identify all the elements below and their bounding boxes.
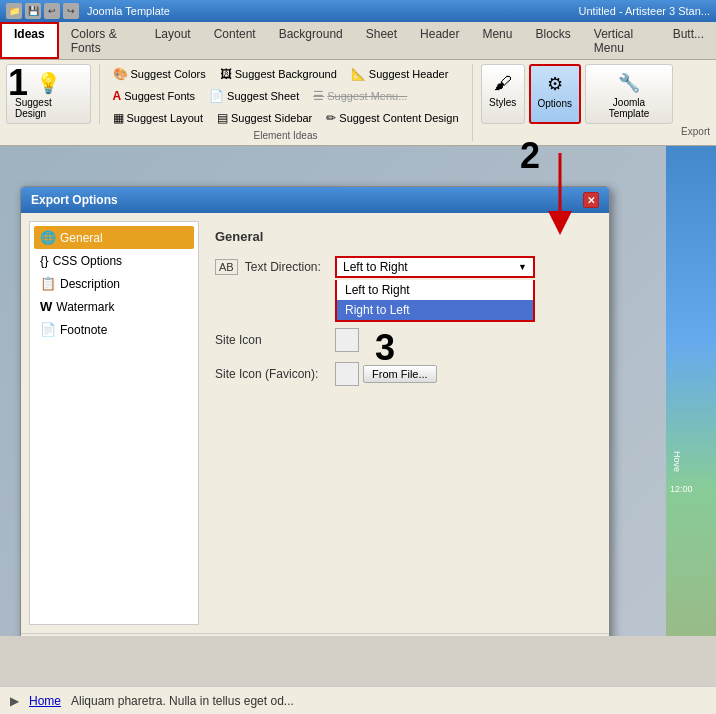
nav-label-description: Description xyxy=(60,277,120,291)
dialog-footer: OK Cancel xyxy=(21,633,609,636)
dropdown-current-value: Left to Right xyxy=(343,260,408,274)
text-direction-row: AB Text Direction: Left to Right ▼ xyxy=(215,256,593,278)
dialog-main: General AB Text Direction: xyxy=(207,221,601,625)
nav-item-watermark[interactable]: W Watermark xyxy=(34,295,194,318)
text-direction-dropdown-container: Left to Right ▼ Left to Right Right to L… xyxy=(335,256,535,278)
export-label: Export xyxy=(681,126,710,141)
nav-label-footnote: Footnote xyxy=(60,323,107,337)
nav-item-footnote[interactable]: 📄 Footnote xyxy=(34,318,194,341)
ribbon-content: 💡 Suggest Design 🎨 Suggest Colors 🖼 Sugg… xyxy=(0,60,716,145)
window-title: Untitled - Artisteer 3 Stan... xyxy=(579,5,710,17)
tab-header[interactable]: Header xyxy=(409,22,470,59)
tab-menu[interactable]: Menu xyxy=(471,22,523,59)
joomla-template-button[interactable]: 🔧 Joomla Template xyxy=(585,64,673,124)
suggest-buttons-group: 🎨 Suggest Colors 🖼 Suggest Background 📐 … xyxy=(108,64,473,141)
dropdown-chevron-icon: ▼ xyxy=(518,262,527,272)
ribbon-tabs: Ideas Colors & Fonts Layout Content Back… xyxy=(0,22,716,60)
export-options-dialog: Export Options ✕ 🌐 General {} xyxy=(20,186,610,636)
dialog-titlebar: Export Options ✕ xyxy=(21,187,609,213)
dialog-nav: 🌐 General {} CSS Options 📋 Description xyxy=(29,221,199,625)
time-text: 12:00 xyxy=(668,482,695,496)
tab-layout[interactable]: Layout xyxy=(144,22,202,59)
site-icon-label: Site Icon xyxy=(215,333,335,347)
suggest-content-design-button[interactable]: ✏ Suggest Content Design xyxy=(321,108,463,128)
app-name: Joomla Template xyxy=(87,5,170,17)
styles-button[interactable]: 🖌 Styles xyxy=(481,64,525,124)
annotation-1: 1 xyxy=(8,65,28,101)
description-icon: 📋 xyxy=(40,276,56,291)
title-bar-icons: 📁 💾 ↩ ↪ xyxy=(6,3,79,19)
title-bar: 📁 💾 ↩ ↪ Joomla Template Untitled - Artis… xyxy=(0,0,716,22)
styles-label: Styles xyxy=(489,97,516,108)
watermark-icon: W xyxy=(40,299,52,314)
options-button[interactable]: ⚙ Options xyxy=(529,64,581,124)
tab-butt[interactable]: Butt... xyxy=(662,22,715,59)
sidebar-icon: ▤ xyxy=(217,111,228,125)
arrow-right-icon: ▶ xyxy=(10,694,19,708)
tab-colors-fonts[interactable]: Colors & Fonts xyxy=(60,22,143,59)
suggest-header-button[interactable]: 📐 Suggest Header xyxy=(346,64,454,84)
dialog-body: 🌐 General {} CSS Options 📋 Description xyxy=(21,213,609,633)
text-direction-dropdown-list: Left to Right Right to Left xyxy=(335,280,535,322)
status-description: Aliquam pharetra. Nulla in tellus eget o… xyxy=(71,694,294,708)
undo-icon[interactable]: ↩ xyxy=(44,3,60,19)
suggest-colors-button[interactable]: 🎨 Suggest Colors xyxy=(108,64,211,84)
right-panel: Hove 12:00 xyxy=(666,146,716,636)
options-icon: ⚙ xyxy=(541,70,569,98)
suggest-sidebar-button[interactable]: ▤ Suggest Sidebar xyxy=(212,108,317,128)
option-left-to-right[interactable]: Left to Right xyxy=(337,280,533,300)
site-icon-favicon-label: Site Icon (Favicon): xyxy=(215,367,335,381)
background-icon: 🖼 xyxy=(220,67,232,81)
menu-icon: ☰ xyxy=(313,89,324,103)
footnote-icon: 📄 xyxy=(40,322,56,337)
nav-label-css: CSS Options xyxy=(53,254,122,268)
nav-item-general[interactable]: 🌐 General xyxy=(34,226,194,249)
styles-icon: 🖌 xyxy=(489,69,517,97)
suggest-menu-button[interactable]: ☰ Suggest Menu... xyxy=(308,86,412,106)
dialog-title: Export Options xyxy=(31,193,118,207)
option-right-to-left[interactable]: Right to Left xyxy=(337,300,533,320)
tab-ideas[interactable]: Ideas xyxy=(0,22,59,59)
main-area: Export Options ✕ 🌐 General {} xyxy=(0,146,716,636)
tab-sheet[interactable]: Sheet xyxy=(355,22,408,59)
options-label: Options xyxy=(538,98,572,109)
ribbon: Ideas Colors & Fonts Layout Content Back… xyxy=(0,22,716,146)
export-group: 🖌 Styles ⚙ Options 🔧 Joomla Template xyxy=(481,64,674,124)
file-icon[interactable]: 📁 xyxy=(6,3,22,19)
text-direction-dropdown-header[interactable]: Left to Right ▼ xyxy=(335,256,535,278)
app-window: 📁 💾 ↩ ↪ Joomla Template Untitled - Artis… xyxy=(0,0,716,714)
suggest-fonts-button[interactable]: A Suggest Fonts xyxy=(108,86,201,106)
text-direction-label: AB Text Direction: xyxy=(215,260,335,274)
sheet-icon: 📄 xyxy=(209,89,224,103)
element-ideas-label: Element Ideas xyxy=(108,130,464,141)
lightbulb-icon: 💡 xyxy=(34,69,62,97)
favicon-preview xyxy=(335,362,359,386)
header-icon: 📐 xyxy=(351,67,366,81)
save-icon[interactable]: 💾 xyxy=(25,3,41,19)
site-icon-preview xyxy=(335,328,359,352)
nav-item-description[interactable]: 📋 Description xyxy=(34,272,194,295)
home-link[interactable]: Home xyxy=(29,694,61,708)
nav-label-general: General xyxy=(60,231,103,245)
fonts-icon: A xyxy=(113,89,122,103)
nav-label-watermark: Watermark xyxy=(56,300,114,314)
css-icon: {} xyxy=(40,253,49,268)
annotation-2: 2 xyxy=(520,138,540,174)
tab-vertical-menu[interactable]: Vertical Menu xyxy=(583,22,661,59)
content-design-icon: ✏ xyxy=(326,111,336,125)
tab-content[interactable]: Content xyxy=(203,22,267,59)
colors-icon: 🎨 xyxy=(113,67,128,81)
redo-icon[interactable]: ↪ xyxy=(63,3,79,19)
joomla-template-label: Joomla Template xyxy=(594,97,664,119)
layout-icon: ▦ xyxy=(113,111,124,125)
hover-text: Hove xyxy=(668,447,686,476)
tab-blocks[interactable]: Blocks xyxy=(524,22,581,59)
general-icon: 🌐 xyxy=(40,230,56,245)
status-bar: ▶ Home Aliquam pharetra. Nulla in tellus… xyxy=(0,686,716,714)
suggest-sheet-button[interactable]: 📄 Suggest Sheet xyxy=(204,86,304,106)
nav-item-css-options[interactable]: {} CSS Options xyxy=(34,249,194,272)
suggest-background-button[interactable]: 🖼 Suggest Background xyxy=(215,64,342,84)
tab-background[interactable]: Background xyxy=(268,22,354,59)
suggest-layout-button[interactable]: ▦ Suggest Layout xyxy=(108,108,208,128)
site-icon-controls xyxy=(335,328,359,352)
